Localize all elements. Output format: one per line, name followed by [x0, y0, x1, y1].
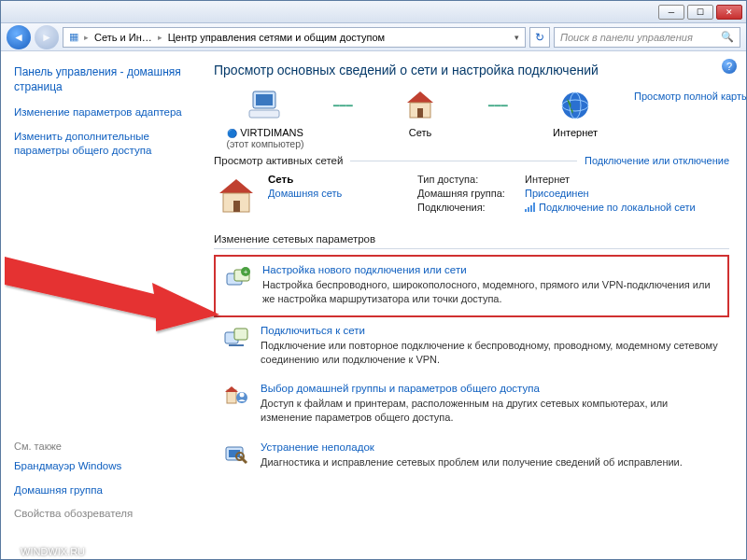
- map-this-computer: 🔵 VIRTDIMANS (этот компьютер): [214, 87, 317, 149]
- dropdown-icon[interactable]: ▾: [514, 33, 519, 42]
- homegroup-icon: [221, 383, 251, 425]
- see-also-browser-props[interactable]: Свойства обозревателя: [14, 507, 191, 522]
- task-desc: Доступ к файлам и принтерам, расположенн…: [261, 397, 722, 425]
- network-properties: Тип доступа:Интернет Домашняя группа:При…: [417, 174, 729, 218]
- svg-rect-2: [249, 110, 279, 118]
- map-network-label: Сеть: [369, 127, 472, 138]
- task-title: Выбор домашней группы и параметров общег…: [261, 383, 722, 394]
- close-button[interactable]: ✕: [716, 5, 742, 20]
- task-troubleshoot[interactable]: Устранение неполадок Диагностика и испра…: [214, 434, 729, 479]
- network-name: Сеть: [268, 174, 408, 185]
- svg-rect-11: [233, 201, 240, 212]
- map-internet: Интернет: [524, 87, 627, 138]
- see-also-firewall[interactable]: Брандмауэр Windows: [14, 459, 191, 474]
- task-homegroup[interactable]: Выбор домашней группы и параметров общег…: [214, 375, 729, 434]
- see-also-header: См. также: [14, 441, 191, 452]
- maximize-button[interactable]: ☐: [687, 5, 713, 20]
- forward-button[interactable]: ►: [35, 25, 59, 49]
- task-title: Настройка нового подключения или сети: [262, 264, 720, 275]
- network-category-icon: [214, 174, 259, 218]
- map-network: Сеть: [369, 87, 472, 138]
- svg-point-21: [240, 393, 245, 398]
- prop-connections-label: Подключения:: [417, 202, 525, 213]
- titlebar: ─ ☐ ✕: [1, 1, 746, 23]
- svg-marker-9: [219, 179, 253, 193]
- svg-rect-18: [227, 390, 236, 403]
- sidebar-see-also: См. также Брандмауэр Windows Домашняя гр…: [14, 441, 191, 531]
- watermark: WINDWIX.RU: [4, 545, 85, 558]
- prop-access-type-value: Интернет: [525, 174, 570, 185]
- svg-rect-28: [5, 553, 10, 558]
- prop-connection-link[interactable]: Подключение по локальной сети: [539, 202, 696, 213]
- chevron-right-icon: ▸: [84, 33, 89, 42]
- globe-icon: [524, 87, 627, 124]
- svg-marker-3: [407, 91, 433, 103]
- full-map-link[interactable]: Просмотр полной карты: [634, 87, 746, 104]
- network-map: 🔵 VIRTDIMANS (этот компьютер) ━━━ Сеть ━…: [214, 87, 729, 149]
- search-input[interactable]: Поиск в панели управления 🔍: [554, 27, 740, 48]
- see-also-homegroup[interactable]: Домашняя группа: [14, 483, 191, 498]
- sidebar-home-link[interactable]: Панель управления - домашняя страница: [14, 64, 184, 94]
- troubleshoot-icon: [221, 441, 251, 469]
- main-panel: ? Просмотр основных сведений о сети и на…: [197, 51, 746, 559]
- tasks-list: + Настройка нового подключения или сети …: [214, 255, 729, 479]
- back-button[interactable]: ◄: [7, 25, 31, 49]
- breadcrumb[interactable]: ▦ ▸ Сеть и Ин… ▸ Центр управления сетями…: [63, 27, 526, 48]
- svg-rect-29: [11, 553, 17, 558]
- svg-text:+: +: [244, 268, 248, 276]
- search-placeholder: Поиск в панели управления: [560, 32, 693, 43]
- prop-access-type-label: Тип доступа:: [417, 174, 525, 185]
- crumb-network[interactable]: Сеть и Ин…: [94, 32, 152, 43]
- task-new-connection[interactable]: + Настройка нового подключения или сети …: [214, 255, 729, 317]
- svg-marker-19: [225, 386, 238, 392]
- task-desc: Диагностика и исправление сетевых пробле…: [261, 455, 722, 469]
- sidebar-sharing-link[interactable]: Изменить дополнительные параметры общего…: [14, 130, 184, 159]
- chevron-right-icon: ▸: [158, 33, 162, 42]
- svg-rect-17: [234, 329, 247, 340]
- search-icon: 🔍: [721, 31, 734, 43]
- prop-homegroup-link[interactable]: Присоединен: [525, 188, 589, 199]
- annotation-arrow: [0, 238, 229, 350]
- svg-rect-26: [5, 546, 10, 552]
- active-networks-header: Просмотр активных сетей Подключение или …: [214, 155, 729, 166]
- svg-rect-27: [11, 546, 17, 552]
- refresh-button[interactable]: ↻: [529, 27, 550, 48]
- house-icon: [369, 87, 472, 124]
- control-panel-icon: ▦: [69, 31, 78, 43]
- network-info: Сеть Домашняя сеть: [268, 174, 408, 218]
- svg-rect-1: [256, 94, 273, 105]
- map-internet-label: Интернет: [524, 127, 627, 138]
- task-title: Подключиться к сети: [261, 325, 722, 336]
- page-title: Просмотр основных сведений о сети и наст…: [214, 63, 729, 77]
- task-connect-network[interactable]: Подключиться к сети Подключение или повт…: [214, 317, 729, 376]
- sidebar-adapter-link[interactable]: Изменение параметров адаптера: [14, 105, 184, 120]
- task-desc: Настройка беспроводного, широкополосного…: [262, 278, 720, 306]
- address-bar: ◄ ► ▦ ▸ Сеть и Ин… ▸ Центр управления се…: [1, 23, 746, 51]
- crumb-center[interactable]: Центр управления сетями и общим доступом: [168, 32, 385, 43]
- map-computer-name: 🔵 VIRTDIMANS: [214, 127, 317, 138]
- minimize-button[interactable]: ─: [658, 5, 684, 20]
- svg-rect-5: [417, 108, 423, 118]
- computer-icon: [214, 87, 317, 124]
- signal-icon: [525, 203, 536, 212]
- active-network-row: Сеть Домашняя сеть Тип доступа:Интернет …: [214, 174, 729, 218]
- map-computer-sub: (этот компьютер): [214, 138, 317, 149]
- help-icon[interactable]: ?: [722, 59, 737, 74]
- change-settings-header: Изменение сетевых параметров: [214, 233, 729, 245]
- active-networks-title: Просмотр активных сетей: [214, 155, 343, 166]
- svg-point-6: [562, 92, 588, 119]
- task-title: Устранение неполадок: [261, 441, 722, 453]
- prop-homegroup-label: Домашняя группа:: [417, 188, 525, 199]
- connect-disconnect-link[interactable]: Подключение или отключение: [585, 155, 729, 166]
- map-connector: ━━━: [479, 87, 516, 124]
- task-desc: Подключение или повторное подключение к …: [261, 339, 722, 367]
- svg-marker-25: [5, 257, 219, 331]
- network-type-link[interactable]: Домашняя сеть: [268, 188, 342, 199]
- map-connector: ━━━: [324, 87, 361, 124]
